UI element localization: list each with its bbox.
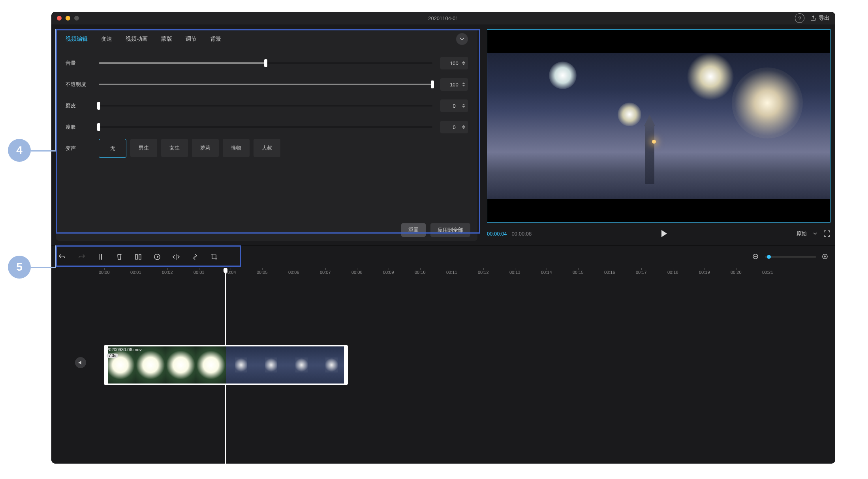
play-icon [661, 230, 667, 237]
ruler-tick: 00:16 [604, 270, 615, 275]
svg-rect-1 [139, 254, 141, 259]
maximize-window-icon[interactable] [74, 16, 79, 21]
row-voice: 变声 无 男生 女生 萝莉 怪物 大叔 [66, 138, 468, 159]
tab-background[interactable]: 背景 [210, 36, 221, 43]
smooth-slider[interactable] [99, 105, 432, 107]
share-icon [810, 15, 816, 21]
row-volume: 音量 100 [66, 52, 468, 74]
ruler-tick: 00:14 [541, 270, 552, 275]
voice-opt-female[interactable]: 女生 [161, 139, 188, 157]
play-button[interactable] [661, 230, 667, 237]
row-opacity: 不透明度 100 [66, 74, 468, 95]
svg-rect-0 [135, 254, 137, 259]
smooth-value[interactable]: 0 [440, 99, 468, 112]
delete-button[interactable] [115, 252, 124, 262]
track-area[interactable]: 20200930-06.mov 7.3s [51, 278, 835, 448]
zoom-out-icon[interactable] [752, 253, 759, 260]
ruler-tick: 00:01 [130, 270, 141, 275]
split-button[interactable] [96, 252, 105, 262]
ruler-tick: 00:12 [478, 270, 489, 275]
crop-button[interactable] [209, 252, 219, 262]
opacity-label: 不透明度 [66, 81, 99, 88]
tab-video-edit[interactable]: 视频编辑 [66, 36, 88, 43]
properties-rows: 音量 100 不透明度 [56, 49, 477, 219]
stepper-icon[interactable] [462, 61, 465, 65]
voice-opt-monster[interactable]: 怪物 [223, 139, 250, 157]
opacity-slider[interactable] [99, 84, 432, 85]
project-title: 20201104-01 [51, 15, 835, 21]
ruler-tick: 00:21 [762, 270, 773, 275]
preview-controls: 00:00:04 00:00:08 原始 [487, 226, 830, 241]
ruler-tick: 00:20 [731, 270, 742, 275]
tab-animation[interactable]: 视频动画 [126, 36, 148, 43]
time-ruler[interactable]: 00:0000:0100:0200:0300:0400:0500:0600:07… [99, 268, 835, 278]
video-preview[interactable] [487, 29, 830, 223]
help-icon[interactable]: ? [795, 13, 804, 23]
undo-button[interactable] [58, 252, 67, 262]
ruler-tick: 00:03 [194, 270, 205, 275]
clip-duration: 7.3s [107, 354, 118, 358]
chevron-down-icon[interactable] [813, 232, 817, 235]
panel-footer: 重置 应用到全部 [56, 219, 477, 241]
apply-all-button[interactable]: 应用到全部 [430, 223, 470, 237]
titlebar: 20201104-01 ? 导出 [51, 12, 835, 24]
tab-adjust[interactable]: 调节 [186, 36, 197, 43]
volume-value[interactable]: 100 [440, 57, 468, 69]
callout-5: 5 [8, 256, 31, 279]
voice-opt-none[interactable]: 无 [99, 139, 126, 158]
voice-opt-male[interactable]: 男生 [130, 139, 157, 157]
tab-speed[interactable]: 变速 [101, 36, 112, 43]
export-label: 导出 [819, 15, 830, 22]
ruler-tick: 00:06 [288, 270, 299, 275]
panel-tabs: 视频编辑 变速 视频动画 蒙版 调节 背景 [56, 29, 477, 49]
stepper-icon[interactable] [462, 125, 465, 129]
export-button[interactable]: 导出 [810, 15, 830, 22]
video-clip[interactable]: 20200930-06.mov 7.3s [104, 345, 348, 385]
preview-pane: 00:00:04 00:00:08 原始 [487, 29, 830, 241]
tab-mask[interactable]: 蒙版 [161, 36, 172, 43]
mirror-button[interactable] [171, 252, 181, 262]
app-window: 20201104-01 ? 导出 视频编辑 变速 视频动画 蒙版 调节 背景 [51, 12, 835, 464]
rotate-button[interactable] [190, 252, 200, 262]
redo-button[interactable] [77, 252, 86, 262]
minimize-window-icon[interactable] [66, 16, 70, 21]
speed-button[interactable] [152, 252, 162, 262]
stepper-icon[interactable] [462, 104, 465, 108]
ruler-tick: 00:02 [162, 270, 173, 275]
clip-handle-left[interactable] [104, 346, 108, 384]
ruler-tick: 00:05 [257, 270, 268, 275]
clip-handle-right[interactable] [344, 346, 348, 384]
volume-slider[interactable] [99, 62, 432, 64]
ruler-tick: 00:15 [573, 270, 584, 275]
time-current: 00:00:04 [487, 231, 507, 237]
row-slim: 瘦脸 0 [66, 116, 468, 138]
window-controls [57, 16, 79, 21]
properties-panel: 视频编辑 变速 视频动画 蒙版 调节 背景 音量 [56, 29, 477, 241]
row-smooth: 磨皮 0 [66, 95, 468, 116]
zoom-in-icon[interactable] [822, 253, 829, 260]
crop-split-button[interactable] [133, 252, 143, 262]
ratio-label[interactable]: 原始 [797, 230, 807, 237]
fullscreen-icon[interactable] [823, 230, 830, 237]
voice-opt-loli[interactable]: 萝莉 [192, 139, 219, 157]
timeline[interactable]: 00:0000:0100:0200:0300:0400:0500:0600:07… [51, 268, 835, 464]
close-window-icon[interactable] [57, 16, 62, 21]
timeline-toolbar [51, 245, 835, 268]
chevron-down-icon [460, 37, 464, 41]
zoom-slider[interactable] [765, 256, 816, 258]
reset-button[interactable]: 重置 [401, 223, 426, 237]
callout-number: 5 [8, 256, 31, 279]
slim-slider[interactable] [99, 126, 432, 128]
ruler-tick: 00:18 [667, 270, 678, 275]
track-mute-button[interactable] [75, 357, 86, 368]
slim-label: 瘦脸 [66, 123, 99, 131]
stepper-icon[interactable] [462, 82, 465, 86]
ruler-tick: 00:10 [415, 270, 426, 275]
voice-opt-uncle[interactable]: 大叔 [254, 139, 280, 157]
collapse-panel-button[interactable] [456, 33, 468, 45]
ruler-tick: 00:00 [99, 270, 110, 275]
clip-filename: 20200930-06.mov [107, 347, 142, 352]
opacity-value[interactable]: 100 [440, 78, 468, 91]
ruler-tick: 00:11 [446, 270, 457, 275]
slim-value[interactable]: 0 [440, 121, 468, 133]
